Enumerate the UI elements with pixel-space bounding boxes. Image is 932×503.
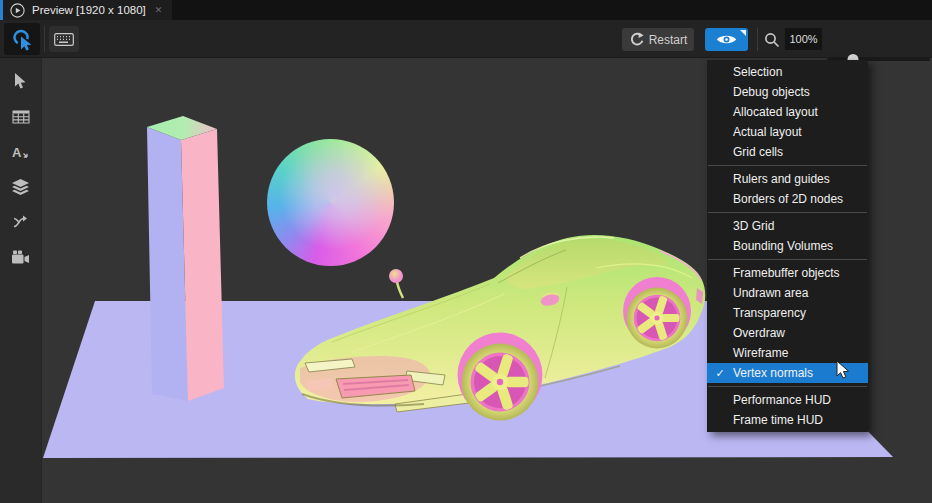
layers-icon	[12, 179, 29, 195]
menu-item-label: 3D Grid	[733, 219, 774, 233]
normals-sphere	[267, 139, 394, 266]
menu-separator	[708, 212, 867, 213]
grid-icon	[12, 110, 30, 124]
tab-title: Preview [1920 x 1080]	[32, 4, 146, 16]
menu-item-overdraw[interactable]: Overdraw	[707, 323, 868, 343]
toolbar-separator	[44, 26, 45, 52]
menu-item-transparency[interactable]: Transparency	[707, 303, 868, 323]
mouse-cursor	[836, 360, 853, 380]
tab-close-icon[interactable]: ✕	[155, 5, 163, 15]
menu-item-framebuffer-objects[interactable]: Framebuffer objects	[707, 263, 868, 283]
active-tab-indicator	[0, 0, 3, 20]
tab-bar: Preview [1920 x 1080] ✕	[0, 0, 932, 20]
menu-item-debug-objects[interactable]: Debug objects	[707, 82, 868, 102]
menu-item-label: Undrawn area	[733, 286, 808, 300]
eye-icon	[716, 33, 737, 46]
connections-icon	[13, 214, 29, 230]
dropdown-corner-notch	[740, 30, 746, 36]
camera-tool[interactable]	[0, 239, 41, 274]
menu-item-label: Bounding Volumes	[733, 239, 833, 253]
menu-item-label: Rulers and guides	[733, 172, 830, 186]
menu-separator	[708, 386, 867, 387]
menu-item-label: Frame time HUD	[733, 413, 823, 427]
toolbar-separator	[757, 28, 758, 51]
click-simulation-tool-button[interactable]	[4, 23, 40, 55]
tool-sidebar: A	[0, 58, 42, 503]
connections-tool[interactable]	[0, 204, 41, 239]
zoom-level-value[interactable]: 100%	[785, 28, 822, 50]
menu-item-grid-cells[interactable]: Grid cells	[707, 142, 868, 162]
tab-preview[interactable]: Preview [1920 x 1080] ✕	[0, 0, 172, 20]
menu-item-undrawn-area[interactable]: Undrawn area	[707, 283, 868, 303]
menu-item-bounding-volumes[interactable]: Bounding Volumes	[707, 236, 868, 256]
menu-item-label: Framebuffer objects	[733, 266, 840, 280]
restart-icon	[629, 32, 644, 47]
menu-item-label: Selection	[733, 65, 782, 79]
menu-item-actual-layout[interactable]: Actual layout	[707, 122, 868, 142]
menu-item-label: Wireframe	[733, 346, 788, 360]
menu-item-performance-hud[interactable]: Performance HUD	[707, 390, 868, 410]
restart-label: Restart	[649, 33, 688, 47]
menu-item-label: Debug objects	[733, 85, 810, 99]
menu-item-label: Performance HUD	[733, 393, 831, 407]
menu-item-label: Borders of 2D nodes	[733, 192, 843, 206]
menu-item-label: Overdraw	[733, 326, 785, 340]
menu-item-borders-of-2d-nodes[interactable]: Borders of 2D nodes	[707, 189, 868, 209]
checkmark-icon: ✓	[707, 367, 733, 380]
preview-toolbar: Restart 100%	[0, 20, 932, 58]
menu-item-rulers-and-guides[interactable]: Rulers and guides	[707, 169, 868, 189]
menu-item-frame-time-hud[interactable]: Frame time HUD	[707, 410, 868, 430]
text-style-icon: A	[12, 144, 30, 160]
menu-item-label: Allocated layout	[733, 105, 818, 119]
magnifier-icon	[764, 32, 780, 48]
pointer-tool[interactable]	[0, 64, 41, 99]
svg-text:A: A	[12, 144, 22, 159]
analysis-dropdown-button[interactable]	[705, 28, 748, 51]
menu-item-label: Vertex normals	[733, 366, 813, 380]
menu-item-3d-grid[interactable]: 3D Grid	[707, 216, 868, 236]
box-pillar	[147, 116, 224, 401]
keyboard-input-tool-button[interactable]	[49, 26, 79, 52]
keyboard-icon	[54, 33, 74, 46]
grid-list-tool[interactable]	[0, 99, 41, 134]
menu-separator	[708, 165, 867, 166]
menu-separator	[708, 259, 867, 260]
click-cursor-icon	[11, 28, 34, 51]
play-circle-icon	[10, 3, 25, 18]
menu-item-label: Transparency	[733, 306, 806, 320]
menu-item-selection[interactable]: Selection	[707, 62, 868, 82]
menu-item-label: Grid cells	[733, 145, 783, 159]
restart-button[interactable]: Restart	[622, 28, 694, 51]
text-style-tool[interactable]: A	[0, 134, 41, 169]
menu-item-allocated-layout[interactable]: Allocated layout	[707, 102, 868, 122]
menu-item-label: Actual layout	[733, 125, 802, 139]
pointer-icon	[13, 73, 28, 90]
layers-tool[interactable]	[0, 169, 41, 204]
camera-icon	[12, 250, 29, 264]
